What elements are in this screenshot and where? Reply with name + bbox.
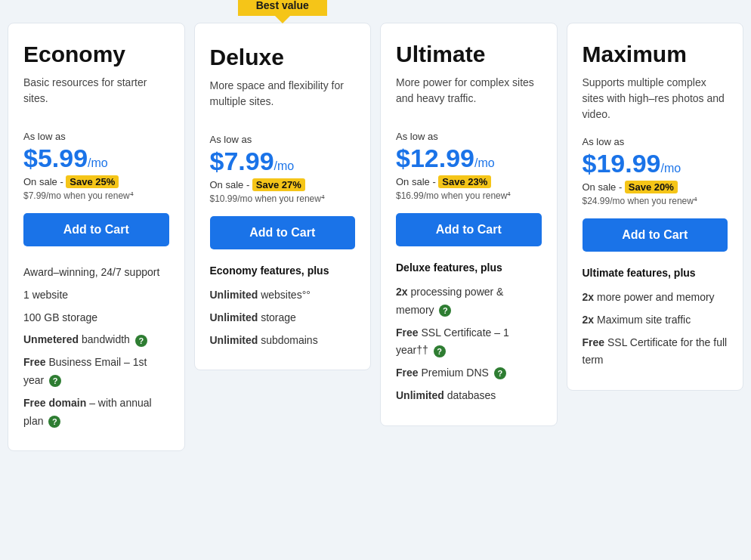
plan-description-maximum: Supports multiple complex sites with hig…: [583, 75, 728, 122]
save-badge-economy: Save 25%: [66, 175, 119, 188]
plan-name-deluxe: Deluxe: [210, 45, 356, 70]
price-economy: $5.99/mo: [23, 144, 169, 173]
on-sale-economy: On sale - Save 25%: [23, 176, 169, 187]
price-ultimate: $12.99/mo: [396, 144, 542, 173]
feature-item: Free Premium DNS ?: [396, 362, 542, 385]
feature-item: Free SSL Certificate for the full term: [583, 332, 728, 373]
as-low-as-maximum: As low as: [583, 136, 728, 147]
features-list-deluxe: Unlimited websites°°Unlimited storageUnl…: [210, 284, 356, 351]
add-to-cart-btn-maximum[interactable]: Add to Cart: [583, 218, 728, 252]
features-list-economy: Award–winning, 24/7 support1 website100 …: [23, 261, 169, 432]
help-icon[interactable]: ?: [494, 367, 506, 379]
features-header-maximum: Ultimate features, plus: [583, 267, 728, 279]
renew-price-deluxe: $10.99/mo when you renew⁴: [210, 193, 356, 204]
plan-card-maximum: MaximumSupports multiple complex sites w…: [567, 23, 744, 391]
help-icon[interactable]: ?: [48, 416, 60, 428]
as-low-as-deluxe: As low as: [210, 134, 356, 145]
renew-price-ultimate: $16.99/mo when you renew⁴: [396, 190, 542, 201]
feature-item: 100 GB storage: [23, 307, 169, 330]
plan-card-economy: EconomyBasic resources for starter sites…: [8, 23, 185, 451]
renew-price-maximum: $24.99/mo when you renew⁴: [583, 196, 728, 206]
plan-card-deluxe: Best valueDeluxeMore space and flexibili…: [194, 23, 372, 370]
feature-item: Unlimited databases: [396, 385, 542, 407]
features-header-deluxe: Economy features, plus: [210, 265, 356, 277]
feature-item: Unmetered bandwidth ?: [23, 329, 169, 351]
plan-name-economy: Economy: [23, 42, 169, 67]
feature-item: Award–winning, 24/7 support: [23, 261, 169, 284]
save-badge-ultimate: Save 23%: [438, 175, 491, 188]
plan-card-ultimate: UltimateMore power for complex sites and…: [380, 23, 558, 426]
feature-item: Unlimited websites°°: [210, 284, 356, 307]
feature-item: 2x more power and memory: [583, 286, 728, 309]
price-maximum: $19.99/mo: [583, 149, 728, 178]
features-list-maximum: 2x more power and memory2x Maximum site …: [583, 286, 728, 372]
best-value-banner: Best value: [238, 0, 327, 16]
plans-container: EconomyBasic resources for starter sites…: [8, 15, 743, 451]
features-header-ultimate: Deluxe features, plus: [396, 261, 542, 274]
save-badge-deluxe: Save 27%: [252, 178, 305, 191]
plan-name-maximum: Maximum: [583, 42, 728, 67]
feature-item: 1 website: [23, 284, 169, 307]
as-low-as-ultimate: As low as: [396, 131, 542, 142]
plan-description-economy: Basic resources for starter sites.: [23, 75, 169, 117]
feature-item: Free domain – with annual plan ?: [23, 392, 169, 433]
on-sale-maximum: On sale - Save 20%: [583, 181, 728, 193]
plan-name-ultimate: Ultimate: [396, 42, 542, 67]
price-deluxe: $7.99/mo: [210, 147, 356, 176]
help-icon[interactable]: ?: [439, 305, 451, 317]
feature-item: Free Business Email – 1st year ?: [23, 351, 169, 392]
renew-price-economy: $7.99/mo when you renew⁴: [23, 190, 169, 201]
feature-item: 2x Maximum site traffic: [583, 309, 728, 332]
add-to-cart-btn-ultimate[interactable]: Add to Cart: [396, 213, 542, 246]
on-sale-deluxe: On sale - Save 27%: [210, 179, 356, 190]
help-icon[interactable]: ?: [49, 375, 61, 387]
as-low-as-economy: As low as: [23, 131, 169, 142]
help-icon[interactable]: ?: [434, 345, 446, 357]
save-badge-maximum: Save 20%: [625, 181, 678, 193]
features-list-ultimate: 2x processing power & memory ?Free SSL C…: [396, 281, 542, 407]
feature-item: 2x processing power & memory ?: [396, 281, 542, 322]
feature-item: Unlimited storage: [210, 307, 356, 330]
on-sale-ultimate: On sale - Save 23%: [396, 176, 542, 187]
help-icon[interactable]: ?: [135, 335, 147, 347]
add-to-cart-btn-deluxe[interactable]: Add to Cart: [210, 216, 356, 249]
feature-item: Free SSL Certificate – 1 year†† ?: [396, 322, 542, 363]
plan-description-ultimate: More power for complex sites and heavy t…: [396, 75, 542, 117]
plan-description-deluxe: More space and flexibility for multiple …: [210, 78, 356, 120]
feature-item: Unlimited subdomains: [210, 330, 356, 352]
add-to-cart-btn-economy[interactable]: Add to Cart: [23, 213, 169, 246]
